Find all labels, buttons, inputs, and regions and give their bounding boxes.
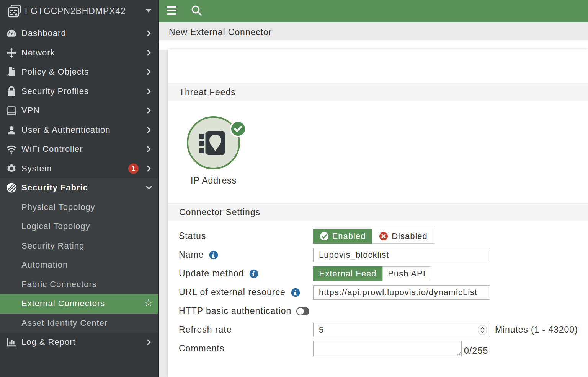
update-method-push-api-button[interactable]: Push API <box>382 266 431 281</box>
comments-label: Comments <box>179 343 224 354</box>
status-enabled-label: Enabled <box>332 231 366 241</box>
connector-form-card: Threat Feeds <box>168 49 588 377</box>
refresh-rate-input[interactable] <box>313 323 490 337</box>
sidebar-item-security-rating[interactable]: Security Rating <box>0 236 158 256</box>
sidebar-item-label: WiFi Controller <box>21 144 83 154</box>
device-selector[interactable]: FGTGCPN2BHDMPX42 <box>0 0 158 22</box>
comments-textarea[interactable] <box>313 341 462 356</box>
sidebar-item-label: Automation <box>21 260 68 270</box>
comments-field: 0/255 <box>313 341 488 356</box>
star-icon[interactable]: ☆ <box>144 298 153 309</box>
sidebar-item-asset-identity-center[interactable]: Asset Identity Center <box>0 314 158 333</box>
status-enabled-button[interactable]: Enabled <box>313 229 372 244</box>
policy-objects-icon <box>6 66 17 78</box>
url-input[interactable] <box>313 285 490 300</box>
refresh-rate-unit: Minutes (1 - 43200) <box>495 325 578 335</box>
user-authentication-icon <box>6 124 17 136</box>
sidebar-item-label: Policy & Objects <box>21 67 89 77</box>
sidebar-item-system[interactable]: System 1 <box>0 159 158 179</box>
url-label: URL of external resource <box>179 287 286 297</box>
sidebar-item-physical-topology[interactable]: Physical Topology <box>0 198 158 217</box>
sidebar-item-policy-objects[interactable]: Policy & Objects <box>0 62 158 82</box>
fortigate-device-icon <box>7 4 21 18</box>
fortigate-app: FGTGCPN2BHDMPX42 Dashboard <box>0 0 588 377</box>
chevron-right-icon <box>145 107 152 114</box>
security-fabric-icon <box>6 182 17 193</box>
sidebar-item-security-fabric[interactable]: Security Fabric <box>0 178 158 198</box>
sidebar-item-label: Asset Identity Center <box>21 318 108 328</box>
sidebar-item-label: Physical Topology <box>21 202 95 212</box>
chevron-right-icon <box>145 339 152 346</box>
check-circle-icon <box>320 232 329 241</box>
sidebar-item-security-profiles[interactable]: Security Profiles <box>0 82 158 101</box>
sidebar-item-label: External Connectors <box>21 299 105 309</box>
sidebar-item-label: Security Fabric <box>21 183 88 193</box>
system-icon <box>6 163 17 174</box>
sidebar-item-user-authentication[interactable]: User & Authentication <box>0 120 158 140</box>
sidebar-item-label: Dashboard <box>21 28 66 38</box>
refresh-rate-field <box>313 323 490 337</box>
sidebar-item-wifi-controller[interactable]: WiFi Controller <box>0 140 158 159</box>
http-auth-toggle[interactable] <box>296 307 309 315</box>
sidebar-item-dashboard[interactable]: Dashboard <box>0 24 158 43</box>
update-method-segmented-control: External Feed Push API <box>313 266 431 281</box>
refresh-rate-label: Refresh rate <box>179 325 232 335</box>
external-feed-label: External Feed <box>319 269 377 279</box>
name-input[interactable] <box>313 248 490 262</box>
form-row-status: Status Enabled <box>168 227 588 245</box>
status-segmented-control: Enabled Disabled <box>313 229 434 244</box>
number-stepper[interactable] <box>478 325 487 335</box>
sidebar-item-label: Logical Topology <box>21 221 90 231</box>
vpn-icon <box>6 105 17 116</box>
sidebar-item-label: Network <box>21 48 55 58</box>
form-row-comments: Comments 0/255 <box>168 339 588 358</box>
form-row-http-auth: HTTP basic authentication <box>168 302 588 320</box>
dashboard-icon <box>6 28 17 39</box>
sidebar-item-label: System <box>21 164 52 174</box>
info-icon[interactable] <box>291 288 300 297</box>
update-method-external-feed-button[interactable]: External Feed <box>313 266 382 281</box>
form-row-url: URL of external resource <box>168 283 588 302</box>
info-icon[interactable] <box>209 250 218 260</box>
sidebar-item-automation[interactable]: Automation <box>0 255 158 275</box>
sidebar-item-logical-topology[interactable]: Logical Topology <box>0 217 158 236</box>
breadcrumb: New External Connector <box>159 22 588 40</box>
section-title: Connector Settings <box>179 207 260 218</box>
name-label: Name <box>179 250 204 260</box>
sidebar-item-label: Log & Report <box>21 337 76 347</box>
form-row-name: Name <box>168 245 588 264</box>
ip-address-book-icon <box>187 116 240 169</box>
sidebar-item-network[interactable]: Network <box>0 43 158 63</box>
sidebar-item-vpn[interactable]: VPN <box>0 101 158 120</box>
wifi-controller-icon <box>6 143 17 155</box>
comments-counter: 0/255 <box>464 346 488 355</box>
chevron-right-icon <box>145 146 152 153</box>
chevron-right-icon <box>145 88 152 95</box>
info-icon[interactable] <box>249 269 258 278</box>
section-connector-settings: Connector Settings <box>168 203 588 221</box>
search-icon[interactable] <box>190 4 203 17</box>
sidebar-item-log-report[interactable]: Log & Report <box>0 333 158 352</box>
chevron-right-icon <box>145 49 152 56</box>
form-row-refresh-rate: Refresh rate Minutes (1 - 43200) <box>168 320 588 339</box>
page-title: New External Connector <box>169 27 272 37</box>
sidebar-item-fabric-connectors[interactable]: Fabric Connectors <box>0 275 158 294</box>
sidebar-menu: Dashboard Network <box>0 24 158 352</box>
sidebar: FGTGCPN2BHDMPX42 Dashboard <box>0 0 159 377</box>
sidebar-item-label: VPN <box>21 106 40 115</box>
section-threat-feeds: Threat Feeds <box>168 83 588 101</box>
top-navbar <box>159 0 588 22</box>
threat-feed-tile-ip-address[interactable]: IP Address <box>187 116 240 186</box>
device-name: FGTGCPN2BHDMPX42 <box>25 6 126 16</box>
sidebar-item-label: Security Profiles <box>21 86 89 96</box>
network-icon <box>6 47 17 58</box>
update-method-label: Update method <box>179 268 244 279</box>
status-disabled-button[interactable]: Disabled <box>372 229 434 244</box>
sidebar-item-external-connectors[interactable]: External Connectors ☆ <box>0 294 158 314</box>
content-gutter <box>159 50 168 377</box>
main-content: Threat Feeds <box>159 40 588 377</box>
chevron-down-icon <box>145 184 152 191</box>
resize-handle-icon[interactable] <box>456 351 461 356</box>
log-report-icon <box>6 336 17 348</box>
menu-icon[interactable] <box>167 6 176 15</box>
